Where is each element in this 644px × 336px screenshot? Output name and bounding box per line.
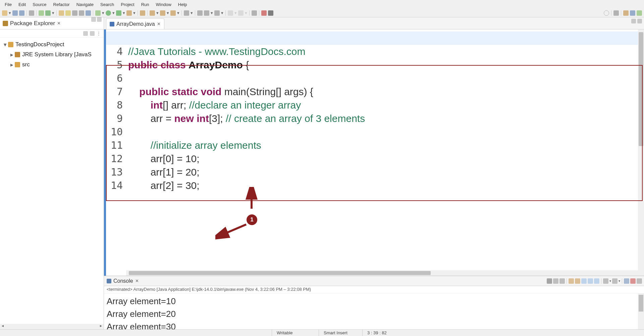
close-icon[interactable]: ✕ [157, 21, 161, 26]
jre-label: JRE System Library [JavaS [22, 51, 92, 58]
status-insert-mode: Smart Insert [319, 330, 362, 336]
project-label: TestingDocsProject [15, 41, 64, 48]
block-icon[interactable] [204, 10, 209, 16]
max-icon[interactable] [630, 278, 636, 284]
menu-help[interactable]: Help [175, 1, 191, 8]
new-pkg-icon[interactable] [140, 10, 145, 16]
menu-source[interactable]: Source [29, 1, 50, 8]
debug-persp-icon[interactable] [637, 10, 642, 16]
refresh-icon[interactable] [45, 10, 51, 16]
close-icon[interactable]: ✕ [135, 278, 139, 283]
show-on-err-icon[interactable] [594, 278, 599, 284]
new-enum-icon[interactable] [170, 10, 176, 16]
package-explorer-tab[interactable]: Package Explorer ✕ [0, 17, 104, 29]
line-gutter: 3 4 5 6 7 8 9 10 11 12 13 14 [106, 29, 126, 276]
minimize-icon[interactable] [91, 17, 96, 22]
chevron-down-icon[interactable]: ▾ [3, 41, 7, 48]
horizontal-scrollbar[interactable] [0, 324, 104, 329]
min-icon[interactable] [624, 278, 629, 284]
new-console-icon[interactable] [637, 278, 642, 284]
search-global-icon[interactable] [604, 10, 609, 16]
menu-refactor[interactable]: Refactor [50, 1, 73, 8]
task-icon[interactable] [79, 10, 84, 16]
status-cursor-pos: 3 : 39 : 82 [362, 330, 409, 336]
bug-icon[interactable] [261, 10, 267, 16]
format-icon[interactable] [214, 10, 220, 16]
src-label: src [22, 61, 30, 68]
tree-jre-lib[interactable]: ▸ JRE System Library [JavaS [0, 50, 104, 60]
console-tabbar: Console ✕ ▾ ▾ [104, 276, 644, 286]
pin-icon[interactable] [86, 10, 91, 16]
annotation-arrow-up [245, 187, 258, 210]
close-icon[interactable]: ✕ [57, 21, 61, 26]
code-comment: //Java Tutorials - www.TestingDocs.com [128, 46, 306, 57]
display-console-icon[interactable] [612, 278, 618, 284]
menu-file[interactable]: File [1, 1, 15, 8]
back-icon[interactable] [228, 10, 233, 16]
maximize-icon[interactable] [637, 19, 642, 23]
menu-project[interactable]: Project [117, 1, 138, 8]
editor-tab-arraydemo[interactable]: ArrayDemo.java ✕ [106, 18, 164, 29]
skip-icon[interactable] [197, 10, 203, 16]
menu-run[interactable]: Run [138, 1, 153, 8]
persp-icon[interactable] [613, 10, 619, 16]
clear-icon[interactable] [569, 278, 574, 284]
maximize-icon[interactable] [97, 17, 102, 22]
chevron-right-icon[interactable]: ▸ [9, 61, 14, 68]
main-area: Package Explorer ✕ ⋮ ▾ TestingDocsProjec… [0, 17, 644, 329]
remove-all-icon[interactable] [559, 278, 565, 284]
collapse-all-icon[interactable] [83, 31, 88, 36]
new-class-icon[interactable] [150, 10, 155, 16]
view-menu-icon[interactable]: ⋮ [97, 31, 101, 36]
step-icon[interactable] [184, 10, 189, 16]
project-tree: ▾ TestingDocsProject ▸ JRE System Librar… [0, 38, 104, 324]
scroll-lock-icon[interactable] [575, 278, 580, 284]
new-icon[interactable] [2, 10, 7, 16]
word-wrap-icon[interactable] [581, 278, 587, 284]
editor-tab-title: ArrayDemo.java [116, 21, 155, 27]
code-editor[interactable]: 3 4 5 6 7 8 9 10 11 12 13 14 //Java Tuto… [104, 29, 644, 276]
fwd-icon[interactable] [238, 10, 244, 16]
remove-icon[interactable] [553, 278, 558, 284]
code-content[interactable]: //Java Tutorials - www.TestingDocs.com p… [126, 29, 644, 276]
debug-icon[interactable] [95, 10, 101, 16]
toggle-icon[interactable] [39, 10, 44, 16]
java-persp-icon[interactable] [623, 10, 629, 16]
pin-console-icon[interactable] [603, 278, 608, 284]
save-all-icon[interactable] [19, 10, 24, 16]
ext-tools-icon[interactable] [126, 10, 132, 16]
search-icon[interactable] [65, 10, 71, 16]
terminate-icon[interactable] [547, 278, 552, 284]
menu-window[interactable]: Window [153, 1, 175, 8]
link-editor-icon[interactable] [90, 31, 95, 36]
pin2-icon[interactable] [252, 10, 257, 16]
annotation-badge: 1 [247, 214, 257, 225]
package-explorer-title: Package Explorer [10, 20, 55, 27]
console-title: Console [113, 278, 133, 284]
console-view: Console ✕ ▾ ▾ [104, 276, 644, 329]
menu-navigate[interactable]: Navigate [73, 1, 97, 8]
menu-search[interactable]: Search [97, 1, 117, 8]
toolbar: ▾ ▾ ▾ ▾ ▾ ▾ ▾ ▾ ▾ ▾ ▾ ▾ ▾ ▾ [0, 9, 644, 17]
tree-project[interactable]: ▾ TestingDocsProject [0, 40, 104, 50]
save-icon[interactable] [12, 10, 18, 16]
open-type-icon[interactable] [72, 10, 77, 16]
minimize-icon[interactable] [631, 19, 636, 23]
build-icon[interactable] [29, 10, 34, 16]
chevron-right-icon[interactable]: ▸ [9, 51, 14, 58]
show-on-out-icon[interactable] [588, 278, 593, 284]
console-output[interactable]: Array element=10 Array element=20 Array … [104, 293, 644, 329]
coverage-icon[interactable] [116, 10, 121, 16]
horizontal-scrollbar[interactable] [126, 270, 638, 276]
vertical-scrollbar[interactable] [638, 293, 644, 329]
console-icon [107, 279, 111, 283]
run-icon[interactable] [106, 10, 111, 16]
tree-src[interactable]: ▸ src [0, 60, 104, 70]
cloud-icon[interactable] [268, 10, 273, 16]
svg-line-1 [219, 224, 246, 236]
java-browsing-icon[interactable] [630, 10, 635, 16]
menu-edit[interactable]: Edit [15, 1, 29, 8]
editor-tabbar: ArrayDemo.java ✕ [104, 17, 644, 29]
new-interface-icon[interactable] [160, 10, 165, 16]
wand-icon[interactable] [59, 10, 64, 16]
